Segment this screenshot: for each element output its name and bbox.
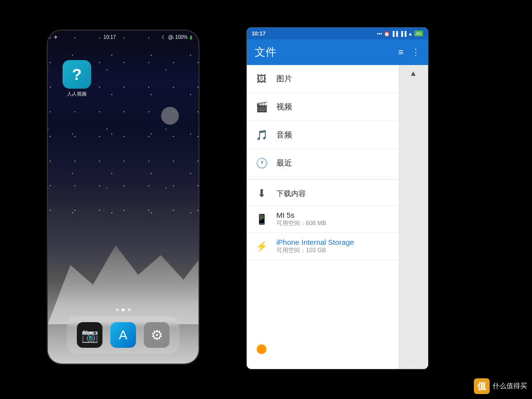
left-phone-screen: ✈ 10:17 ☾ @ 100% ▮ ? 人人视频: [48, 31, 199, 364]
watermark: 值 什么值得买: [474, 378, 527, 394]
right-status-icons: ••• ⏰ ▐▐ ▐▐ ▲ 4G: [377, 31, 423, 36]
mi5s-storage: 可用空间：608 MB: [276, 219, 326, 228]
mi5s-label: MI 5s: [276, 211, 326, 219]
more-options-icon[interactable]: ⋮: [411, 47, 420, 58]
dot-1: [116, 308, 119, 311]
iphone-info: iPhone Internal Storage 可用空间：103 GB: [276, 238, 354, 255]
download-icon: ⬇: [255, 187, 268, 200]
iphone-storage: 可用空间：103 GB: [276, 246, 354, 255]
dots-icon: •••: [377, 31, 382, 36]
signal1-icon: ▐▐: [391, 31, 398, 36]
battery-4g: 4G: [414, 31, 423, 36]
dock-icons: 📷 A ⚙: [67, 316, 179, 354]
location-icon: @: [168, 34, 173, 40]
mi5s-info: MI 5s 可用空间：608 MB: [276, 211, 326, 228]
iphone-label: iPhone Internal Storage: [276, 238, 354, 246]
right-time: 10:17: [252, 31, 266, 36]
appstore-icon[interactable]: A: [110, 322, 136, 348]
videos-label: 视频: [276, 102, 292, 112]
list-view-icon[interactable]: ≡: [398, 47, 403, 58]
main-content: 🖼 图片 🎬 视频 🎵 音频 🕐 最近 ⬇: [247, 65, 428, 369]
audio-icon: 🎵: [255, 128, 268, 142]
left-status-icons: ☾ @ 100% ▮: [162, 34, 193, 40]
left-dock: 📷 A ⚙: [48, 308, 199, 354]
page-dots: [116, 308, 131, 311]
usb-icon: ⚡: [255, 239, 268, 253]
phone-device-icon: 📱: [255, 212, 268, 226]
images-icon: 🖼: [255, 72, 268, 86]
camera-icon[interactable]: 📷: [77, 322, 102, 348]
images-label: 图片: [276, 74, 292, 84]
left-status-bar: ✈ 10:17 ☾ @ 100% ▮: [54, 34, 193, 40]
flashlight-circle[interactable]: [161, 107, 179, 125]
left-time: 10:17: [103, 34, 116, 40]
app-bar-title: 文件: [255, 45, 276, 60]
app-symbol: ?: [72, 66, 82, 84]
orange-notification-dot: [257, 344, 266, 354]
chevron-up-icon[interactable]: ▲: [409, 69, 417, 78]
right-status-bar: 10:17 ••• ⏰ ▐▐ ▐▐ ▲ 4G: [247, 28, 428, 39]
right-app-bar: 文件 ≡ ⋮: [247, 39, 428, 65]
watermark-logo: 值: [474, 378, 490, 394]
battery-icon: ▮: [190, 34, 193, 40]
dot-2: [122, 308, 125, 311]
left-phone: ✈ 10:17 ☾ @ 100% ▮ ? 人人视频: [47, 30, 200, 365]
alarm-icon: ⏰: [384, 31, 390, 36]
app-icon-label: 人人视频: [67, 91, 87, 98]
download-label: 下载内容: [276, 189, 306, 199]
app-icon-box: ?: [63, 60, 91, 89]
renren-app-icon[interactable]: ? 人人视频: [63, 60, 91, 98]
watermark-text: 什么值得买: [493, 382, 527, 391]
right-phone: 10:17 ••• ⏰ ▐▐ ▐▐ ▲ 4G 文件 ≡ ⋮: [246, 27, 429, 369]
right-phone-screen: 10:17 ••• ⏰ ▐▐ ▐▐ ▲ 4G 文件 ≡ ⋮: [247, 28, 428, 369]
dot-3: [128, 308, 131, 311]
wifi-icon: ▲: [408, 31, 413, 36]
right-side-panel: ▲: [399, 65, 428, 369]
videos-icon: 🎬: [255, 100, 268, 114]
airplane-mode-icon: ✈: [54, 34, 58, 40]
download-info: 下载内容: [276, 189, 306, 199]
recent-label: 最近: [276, 158, 292, 168]
recent-icon: 🕐: [255, 156, 268, 170]
audio-label: 音频: [276, 130, 292, 140]
signal2-icon: ▐▐: [399, 31, 406, 36]
moon-icon: ☾: [162, 34, 166, 40]
settings-icon[interactable]: ⚙: [144, 322, 169, 348]
app-bar-icons: ≡ ⋮: [398, 47, 420, 58]
battery-text: 100%: [175, 34, 188, 40]
